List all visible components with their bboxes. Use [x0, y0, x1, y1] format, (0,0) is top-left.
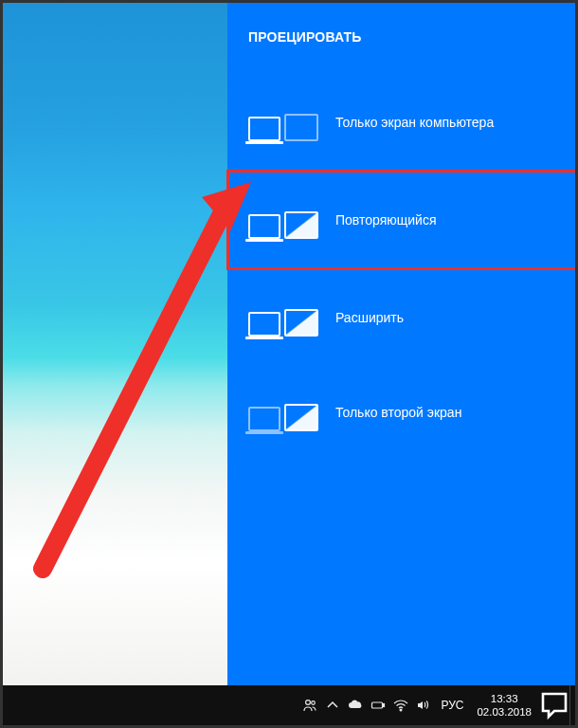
language-indicator[interactable]: РУС: [435, 699, 469, 712]
option-second-screen-only[interactable]: Только второй экран: [227, 365, 575, 460]
svg-point-3: [312, 701, 316, 705]
project-panel: ПРОЕЦИРОВАТЬ Только экран компьютера Пов…: [227, 3, 575, 685]
option-label: Повторяющийся: [335, 212, 436, 228]
pc-only-icon: [248, 103, 322, 141]
option-label: Только второй экран: [335, 405, 461, 420]
project-options-list: Только экран компьютера Повторяющийся Ра…: [227, 75, 575, 460]
option-duplicate[interactable]: Повторяющийся: [226, 170, 575, 270]
svg-rect-4: [372, 702, 383, 708]
taskbar: РУС 13:33 02.03.2018: [3, 685, 575, 725]
panel-title: ПРОЕЦИРОВАТЬ: [227, 3, 575, 45]
taskbar-time: 13:33: [491, 692, 518, 705]
option-label: Только экран компьютера: [335, 115, 494, 130]
people-icon[interactable]: [298, 685, 321, 725]
option-extend[interactable]: Расширить: [227, 270, 575, 365]
taskbar-clock[interactable]: 13:33 02.03.2018: [469, 692, 539, 719]
taskbar-date: 02.03.2018: [477, 705, 532, 719]
svg-point-6: [401, 709, 403, 711]
chevron-up-icon[interactable]: [321, 685, 344, 725]
duplicate-icon: [248, 201, 322, 239]
network-icon[interactable]: [389, 685, 412, 725]
option-pc-screen-only[interactable]: Только экран компьютера: [227, 75, 575, 170]
desktop-wallpaper: [3, 3, 227, 685]
option-label: Расширить: [335, 310, 404, 325]
show-desktop-button[interactable]: [569, 685, 575, 725]
screen: ПРОЕЦИРОВАТЬ Только экран компьютера Пов…: [0, 0, 578, 728]
battery-icon[interactable]: [367, 685, 389, 725]
volume-icon[interactable]: [412, 685, 435, 725]
svg-rect-5: [383, 704, 385, 707]
onedrive-icon[interactable]: [344, 685, 367, 725]
action-center-icon[interactable]: [539, 685, 569, 725]
second-only-icon: [248, 393, 322, 431]
svg-point-2: [306, 701, 311, 705]
extend-icon: [248, 299, 322, 337]
